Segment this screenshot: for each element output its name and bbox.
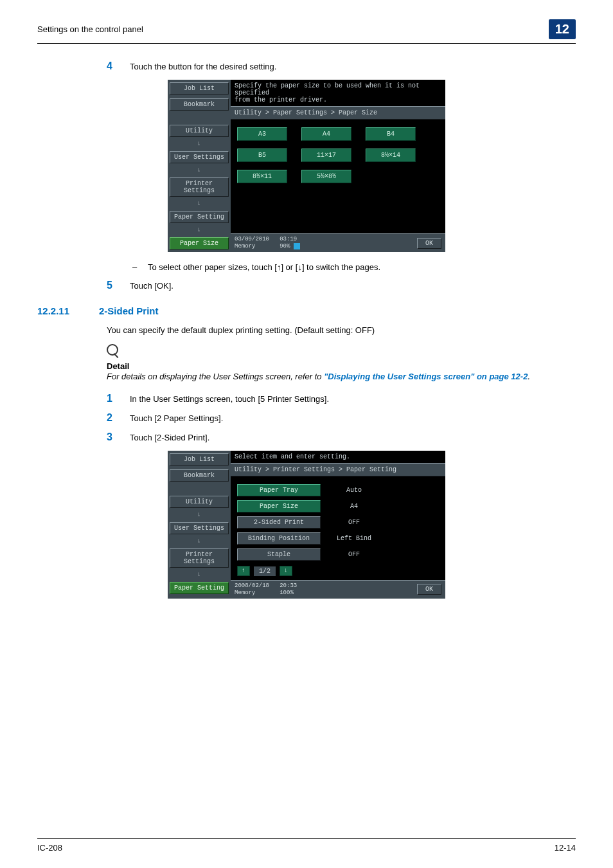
- page-indicator: 1/2: [254, 566, 276, 576]
- step-number: 3: [107, 431, 117, 443]
- sidebar-item[interactable]: User Settings: [170, 151, 229, 163]
- ok-button[interactable]: OK: [417, 584, 441, 595]
- setting-button[interactable]: Paper Size: [237, 500, 321, 512]
- step-text: Touch [OK].: [130, 281, 173, 291]
- section-intro: You can specify the default duplex print…: [107, 325, 576, 335]
- bookmark-button[interactable]: Bookmark: [170, 469, 229, 482]
- breadcrumb: Utility > Printer Settings > Paper Setti…: [231, 463, 445, 476]
- size-button[interactable]: 11×17: [301, 149, 351, 162]
- panel-instruction: Specify the paper size to be used when i…: [231, 80, 445, 106]
- step-number: 1: [107, 393, 117, 404]
- chevron-down-icon: ↓: [170, 227, 229, 233]
- running-head: Settings on the control panel: [37, 24, 143, 34]
- ok-button[interactable]: OK: [417, 238, 441, 249]
- panel-sidebar: Job List Bookmark Utility ↓ User Setting…: [168, 451, 231, 599]
- step-text: Touch [2-Sided Print].: [130, 433, 209, 442]
- setting-value: A4: [328, 503, 380, 510]
- paper-size-grid: A3 A4 B4 B5 11×17 8½×14 8½×11 5½×8½: [237, 127, 439, 183]
- step-number: 5: [107, 280, 117, 291]
- device-panel-1: Job List Bookmark Utility ↓ User Setting…: [168, 80, 445, 252]
- page-up-button[interactable]: ↑: [237, 566, 250, 576]
- chevron-down-icon: ↓: [170, 141, 229, 147]
- status-icon: [294, 243, 300, 249]
- size-button[interactable]: A3: [237, 127, 287, 141]
- section-number: 12.2.11: [37, 305, 82, 316]
- note-heading: Detail: [107, 361, 576, 371]
- setting-button[interactable]: Binding Position: [237, 532, 321, 545]
- status-bar: 2008/02/18 20:33 Memory 100%: [235, 583, 297, 597]
- section-title: 2-Sided Print: [99, 305, 159, 316]
- settings-list: Paper Tray Auto Paper Size A4 2-Sided Pr…: [237, 484, 439, 561]
- sidebar-item[interactable]: User Settings: [170, 522, 229, 534]
- sidebar-item-active[interactable]: Paper Setting: [170, 582, 229, 594]
- chapter-number: 12: [549, 19, 576, 39]
- breadcrumb: Utility > Paper Settings > Paper Size: [231, 106, 445, 120]
- magnify-icon: [107, 344, 118, 356]
- chevron-down-icon: ↓: [170, 512, 229, 518]
- step-number: 4: [107, 60, 117, 72]
- sidebar-item[interactable]: Utility: [170, 496, 229, 508]
- dash-bullet: –: [132, 262, 138, 272]
- chevron-down-icon: ↓: [170, 167, 229, 174]
- setting-value: OFF: [328, 551, 380, 558]
- step-text: In the User Settings screen, touch [5 Pr…: [130, 394, 329, 404]
- size-button[interactable]: A4: [301, 127, 351, 141]
- note-body: For details on displaying the User Setti…: [107, 371, 576, 383]
- footer-right: 12-14: [555, 843, 576, 853]
- bookmark-button[interactable]: Bookmark: [170, 98, 229, 111]
- chevron-down-icon: ↓: [170, 201, 229, 207]
- panel-instruction: Select item and enter setting.: [231, 451, 445, 463]
- sidebar-item[interactable]: Printer Settings: [170, 548, 229, 568]
- sub-note: To select other paper sizes, touch [↑] o…: [148, 262, 380, 272]
- joblist-button[interactable]: Job List: [170, 453, 229, 466]
- page-down-button[interactable]: ↓: [280, 566, 292, 576]
- step-text: Touch [2 Paper Settings].: [130, 413, 223, 423]
- footer-left: IC-208: [37, 843, 62, 853]
- step-text: Touch the button for the desired setting…: [130, 62, 276, 71]
- sidebar-item[interactable]: Printer Settings: [170, 177, 229, 197]
- sidebar-item[interactable]: Utility: [170, 125, 229, 137]
- setting-button[interactable]: Paper Tray: [237, 484, 321, 496]
- setting-button[interactable]: 2-Sided Print: [237, 516, 321, 529]
- chevron-down-icon: ↓: [170, 538, 229, 545]
- joblist-button[interactable]: Job List: [170, 82, 229, 95]
- size-button[interactable]: B4: [366, 127, 416, 141]
- size-button[interactable]: 5½×8½: [301, 170, 351, 183]
- device-panel-2: Job List Bookmark Utility ↓ User Setting…: [168, 451, 445, 599]
- step-number: 2: [107, 412, 117, 424]
- setting-value: Left Bind: [328, 535, 380, 542]
- cross-reference-link[interactable]: "Displaying the User Settings screen" on…: [324, 372, 528, 381]
- status-bar: 03/09/2010 03:19 Memory 90%: [235, 236, 300, 250]
- setting-value: Auto: [328, 487, 380, 494]
- size-button[interactable]: B5: [237, 149, 287, 162]
- chevron-down-icon: ↓: [170, 572, 229, 578]
- sidebar-item[interactable]: Paper Setting: [170, 211, 229, 223]
- sidebar-item-active[interactable]: Paper Size: [170, 237, 229, 249]
- setting-value: OFF: [328, 519, 380, 526]
- size-button[interactable]: 8½×11: [237, 170, 287, 183]
- setting-button[interactable]: Staple: [237, 548, 321, 561]
- panel-sidebar: Job List Bookmark Utility ↓ User Setting…: [168, 80, 231, 252]
- size-button[interactable]: 8½×14: [366, 149, 416, 162]
